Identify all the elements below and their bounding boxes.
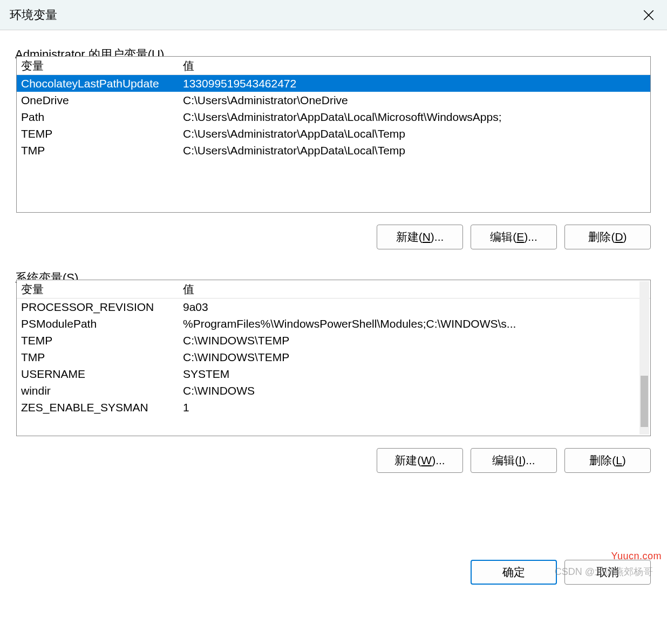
cell-name: PROCESSOR_REVISION <box>17 301 183 314</box>
system-edit-button[interactable]: 编辑(I)... <box>471 448 557 473</box>
table-row[interactable]: TMPC:\WINDOWS\TEMP <box>17 349 650 365</box>
cell-value: C:\Users\Administrator\AppData\Local\Tem… <box>183 127 650 140</box>
cell-value: C:\Users\Administrator\AppData\Local\Tem… <box>183 144 650 157</box>
user-variables-list[interactable]: 变量 值 ChocolateyLastPathUpdate13309951954… <box>16 56 651 213</box>
cell-name: windir <box>17 384 183 397</box>
cell-value: C:\WINDOWS\TEMP <box>183 334 650 347</box>
cell-name: TEMP <box>17 334 183 347</box>
user-new-button[interactable]: 新建(N)... <box>377 225 463 249</box>
cell-name: PSModulePath <box>17 317 183 330</box>
cell-value: C:\WINDOWS <box>183 384 650 397</box>
cell-name: OneDrive <box>17 94 183 107</box>
cell-value: 133099519543462472 <box>183 77 650 90</box>
cell-value: C:\WINDOWS\TEMP <box>183 351 650 364</box>
cell-name: TMP <box>17 144 183 157</box>
table-row[interactable]: OneDriveC:\Users\Administrator\OneDrive <box>17 92 650 109</box>
user-delete-button[interactable]: 删除(D) <box>564 225 651 249</box>
system-delete-button[interactable]: 删除(L) <box>564 448 651 473</box>
table-row[interactable]: PSModulePath%ProgramFiles%\WindowsPowerS… <box>17 315 650 332</box>
table-row[interactable]: ChocolateyLastPathUpdate1330995195434624… <box>17 75 650 92</box>
cell-name: ZES_ENABLE_SYSMAN <box>17 401 183 414</box>
system-new-button[interactable]: 新建(W)... <box>377 448 463 473</box>
close-icon <box>643 10 654 21</box>
cell-value: SYSTEM <box>183 368 650 381</box>
cell-name: ChocolateyLastPathUpdate <box>17 77 183 90</box>
table-row[interactable]: ZES_ENABLE_SYSMAN1 <box>17 399 650 416</box>
list-header: 变量 值 <box>17 57 650 75</box>
list-header: 变量 值 <box>17 280 650 299</box>
cell-value: %ProgramFiles%\WindowsPowerShell\Modules… <box>183 317 650 330</box>
column-header-value[interactable]: 值 <box>183 58 650 73</box>
cell-value: C:\Users\Administrator\OneDrive <box>183 94 650 107</box>
table-row[interactable]: PROCESSOR_REVISION9a03 <box>17 299 650 315</box>
column-header-name[interactable]: 变量 <box>17 282 183 297</box>
column-header-name[interactable]: 变量 <box>17 58 183 73</box>
table-row[interactable]: USERNAMESYSTEM <box>17 365 650 382</box>
scrollbar[interactable] <box>639 281 649 435</box>
cell-name: Path <box>17 111 183 124</box>
user-variables-group: Administrator 的用户变量(U) 变量 值 ChocolateyLa… <box>16 56 651 249</box>
cell-value: C:\Users\Administrator\AppData\Local\Mic… <box>183 111 650 124</box>
titlebar: 环境变量 <box>0 0 667 30</box>
table-row[interactable]: windirC:\WINDOWS <box>17 382 650 399</box>
cell-value: 9a03 <box>183 301 650 314</box>
table-row[interactable]: TMPC:\Users\Administrator\AppData\Local\… <box>17 142 650 159</box>
column-header-value[interactable]: 值 <box>183 282 650 297</box>
cell-name: USERNAME <box>17 368 183 381</box>
system-variables-list[interactable]: 变量 值 PROCESSOR_REVISION9a03PSModulePath%… <box>16 280 651 436</box>
watermark-author: CSDN @北漂燕郊杨哥 <box>555 565 653 578</box>
ok-button[interactable]: 确定 <box>471 560 557 585</box>
cell-name: TEMP <box>17 127 183 140</box>
table-row[interactable]: TEMPC:\Users\Administrator\AppData\Local… <box>17 125 650 142</box>
table-row[interactable]: TEMPC:\WINDOWS\TEMP <box>17 332 650 349</box>
system-variables-group: 系统变量(S) 变量 值 PROCESSOR_REVISION9a03PSMod… <box>16 280 651 473</box>
user-edit-button[interactable]: 编辑(E)... <box>471 225 557 249</box>
window-title: 环境变量 <box>10 7 57 23</box>
cell-value: 1 <box>183 401 650 414</box>
cell-name: TMP <box>17 351 183 364</box>
watermark-site: Yuucn.com <box>611 551 662 562</box>
table-row[interactable]: PathC:\Users\Administrator\AppData\Local… <box>17 109 650 125</box>
close-button[interactable] <box>630 0 667 30</box>
scrollbar-thumb[interactable] <box>641 376 648 427</box>
